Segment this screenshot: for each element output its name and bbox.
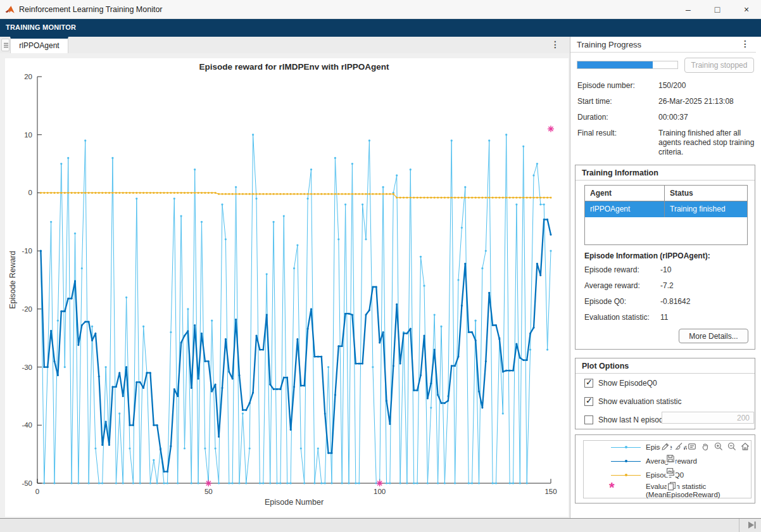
legend-label: Episode Q0: [646, 471, 747, 479]
checkbox-icon[interactable]: ✓: [584, 415, 593, 424]
pan-icon[interactable]: [700, 441, 710, 452]
copy-as-image-icon[interactable]: [665, 467, 676, 477]
matlab-logo-icon: [5, 4, 15, 15]
progress-bar: [577, 61, 678, 69]
panel-header: Training Progress ⋮: [570, 37, 756, 53]
checkbox-label: Show last N episodes: [598, 415, 671, 424]
svg-text:Episode Reward: Episode Reward: [8, 251, 17, 309]
export-icon[interactable]: [660, 441, 670, 452]
plot-options-card: Plot Options ✓ Show EpisodeQ0 ✓ Show eva…: [575, 358, 755, 429]
training-stopped-button[interactable]: Training stopped: [684, 58, 754, 73]
status-bar: [0, 518, 761, 532]
status-bar-divider: [739, 519, 739, 532]
agent-cell: rlPPOAgent: [585, 201, 665, 217]
svg-text:Episode Number: Episode Number: [265, 498, 324, 507]
close-icon[interactable]: ×: [732, 0, 761, 19]
final-result-label: Final result:: [577, 129, 617, 137]
checkbox-icon[interactable]: ✓: [584, 379, 593, 388]
show-episodeq0-checkbox[interactable]: ✓ Show EpisodeQ0: [584, 378, 657, 388]
checkbox-icon[interactable]: ✓: [584, 397, 593, 406]
svg-text:10: 10: [24, 131, 32, 139]
ribbon-tab-training-monitor[interactable]: TRAINING MONITOR: [6, 23, 76, 31]
evaluation-statistic-value: 11: [660, 313, 668, 322]
title-bar: Reinforcement Learning Training Monitor …: [0, 0, 761, 19]
legend-label: Evaluation statistic (MeanEpisodeReward): [646, 483, 747, 499]
minimize-icon[interactable]: –: [674, 0, 703, 19]
checkbox-label: Show EpisodeQ0: [598, 379, 657, 388]
asterisk-marker-icon: *: [609, 481, 615, 494]
legend-line-sample: [611, 461, 641, 462]
tab-rlppoagent[interactable]: rlPPOAgent: [10, 37, 68, 53]
tab-list-icon[interactable]: [1, 39, 9, 51]
episode-reward-label: Episode reward:: [584, 265, 639, 274]
svg-text:-30: -30: [22, 364, 32, 371]
episode-q0-label: Episode Q0:: [584, 297, 626, 306]
document-kebab-menu-icon[interactable]: ⋮: [551, 40, 560, 49]
zoom-out-icon[interactable]: [727, 441, 737, 452]
home-icon[interactable]: [740, 441, 750, 452]
training-information-card: Training Information Agent Status rlPPOA…: [575, 165, 755, 350]
progress-bar-fill: [577, 61, 653, 68]
plot-options-title: Plot Options: [575, 358, 755, 374]
panel-title: Training Progress: [577, 40, 641, 49]
svg-text:50: 50: [204, 488, 213, 495]
axes-toolbar: [660, 441, 750, 452]
episode-reward-value: -10: [660, 265, 671, 274]
legend-card: Episode reward Average reward Episode Q0…: [575, 434, 755, 504]
episode-number-value: 150/200: [658, 81, 686, 90]
svg-text:-40: -40: [22, 421, 32, 429]
reward-chart[interactable]: -50-40-30-20-1001020050100150Episode rew…: [5, 58, 569, 517]
tab-label: rlPPOAgent: [19, 41, 59, 50]
checkbox-label: Show evaluation statistic: [598, 397, 681, 406]
n-episodes-input[interactable]: [662, 412, 754, 424]
legend-line-sample: [611, 447, 641, 448]
show-last-n-episodes-checkbox[interactable]: ✓ Show last N episodes: [584, 415, 671, 425]
chart-figure: -50-40-30-20-1001020050100150Episode rew…: [5, 58, 569, 517]
more-details-button[interactable]: More Details...: [679, 329, 748, 343]
copy-icon[interactable]: [667, 481, 677, 491]
average-reward-label: Average reward:: [584, 281, 640, 290]
table-header-row: Agent Status: [585, 186, 747, 201]
table-row[interactable]: rlPPOAgent Training finished: [585, 201, 747, 217]
save-icon[interactable]: [665, 453, 676, 464]
maximize-icon[interactable]: □: [703, 0, 732, 19]
agent-status-table: Agent Status rlPPOAgent Training finishe…: [584, 185, 748, 245]
duration-value: 00:00:37: [658, 113, 688, 122]
episode-number-label: Episode number:: [577, 81, 635, 90]
training-progress-panel: Training Progress ⋮ Training stopped Epi…: [570, 37, 761, 518]
training-information-title: Training Information: [575, 165, 755, 180]
svg-text:100: 100: [374, 488, 386, 495]
duration-label: Duration:: [577, 113, 608, 122]
svg-text:-10: -10: [22, 247, 32, 255]
episode-q0-value: -0.81642: [660, 297, 690, 306]
status-cell: Training finished: [665, 201, 747, 217]
app-window: Reinforcement Learning Training Monitor …: [0, 0, 761, 532]
average-reward-value: -7.2: [660, 281, 674, 290]
episode-information-title: Episode Information (rlPPOAgent):: [584, 251, 710, 260]
ribbon: TRAINING MONITOR: [0, 19, 761, 37]
tab-strip: rlPPOAgent ⋮: [0, 37, 570, 53]
svg-text:0: 0: [35, 488, 39, 495]
datatip-icon[interactable]: [687, 441, 697, 452]
svg-text:20: 20: [24, 73, 32, 80]
evaluation-statistic-label: Evaluation statistic:: [584, 313, 650, 322]
svg-text:-50: -50: [22, 479, 32, 487]
panel-kebab-menu-icon[interactable]: ⋮: [741, 39, 750, 48]
legend-line-sample: [611, 475, 641, 476]
svg-text:150: 150: [544, 488, 557, 495]
final-result-value: Training finished after all agents reach…: [658, 129, 755, 157]
column-header-status: Status: [665, 186, 747, 201]
show-evaluation-statistic-checkbox[interactable]: ✓ Show evaluation statistic: [584, 396, 681, 407]
svg-text:0: 0: [28, 189, 32, 196]
legend-label: Average reward: [646, 457, 747, 466]
start-time-value: 26-Mar-2025 21:13:08: [658, 97, 734, 106]
svg-text:Episode reward for rlMDPEnv wi: Episode reward for rlMDPEnv with rlPPOAg…: [199, 62, 389, 72]
zoom-in-icon[interactable]: [714, 441, 724, 452]
window-title: Reinforcement Learning Training Monitor: [19, 5, 163, 14]
brush-icon[interactable]: [674, 441, 684, 452]
document-area: rlPPOAgent ⋮ -50-40-30-20-10010200501001…: [0, 37, 570, 518]
skip-to-end-icon[interactable]: [746, 521, 758, 531]
column-header-agent: Agent: [585, 186, 665, 201]
start-time-label: Start time:: [577, 97, 612, 106]
svg-text:-20: -20: [22, 305, 32, 313]
